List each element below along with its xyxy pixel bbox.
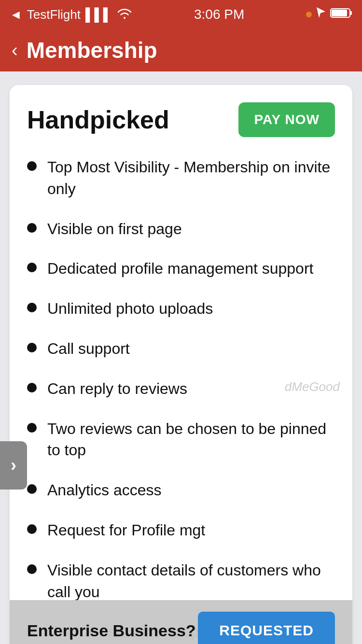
nav-bar: ‹ Membership	[0, 29, 362, 71]
feature-text: Can reply to reviews	[47, 378, 187, 400]
bullet-icon	[27, 564, 37, 574]
page-title: Membership	[27, 37, 157, 63]
bullet-icon	[27, 161, 37, 171]
enterprise-label: Enterprise Business?	[27, 621, 196, 640]
card-header: Handpicked PAY NOW	[27, 102, 335, 137]
feature-text: Analytics access	[47, 479, 162, 501]
back-button[interactable]: ‹	[12, 41, 18, 59]
svg-rect-2	[332, 10, 347, 16]
watermark: dMeGood	[285, 378, 340, 395]
sidebar-arrow-icon: ›	[11, 455, 16, 476]
feature-text: Two reviews can be chosen to be pinned t…	[47, 418, 335, 462]
content-area: Handpicked PAY NOW Top Most Visibility -…	[0, 71, 362, 644]
list-item: Can reply to reviews dMeGood	[27, 378, 335, 400]
list-item: Dedicated profile management support	[27, 258, 335, 280]
membership-card: Handpicked PAY NOW Top Most Visibility -…	[10, 85, 352, 644]
dot-indicator	[306, 12, 312, 17]
list-item: Analytics access	[27, 479, 335, 501]
sidebar-handle[interactable]: ›	[0, 441, 27, 490]
signal-icon: ▌▌▌	[85, 7, 112, 22]
feature-text: Unlimited photo uploads	[47, 298, 213, 320]
feature-text: Call support	[47, 338, 130, 360]
feature-text: Dedicated profile management support	[47, 258, 313, 280]
list-item: Top Most Visibility - Membership on invi…	[27, 156, 335, 200]
features-list: Top Most Visibility - Membership on invi…	[27, 156, 335, 602]
status-right	[306, 6, 352, 23]
svg-rect-1	[350, 11, 352, 15]
back-arrow-status: ◄	[10, 7, 22, 22]
list-item: Two reviews can be chosen to be pinned t…	[27, 418, 335, 462]
bullet-icon	[27, 423, 37, 433]
status-left: ◄ TestFlight ▌▌▌	[10, 7, 132, 22]
plan-name: Handpicked	[27, 105, 169, 134]
list-item: Call support	[27, 338, 335, 360]
bullet-icon	[27, 484, 37, 494]
bullet-icon	[27, 263, 37, 272]
status-time: 3:06 PM	[194, 7, 244, 22]
status-bar: ◄ TestFlight ▌▌▌ 3:06 PM	[0, 0, 362, 29]
bullet-icon	[27, 343, 37, 352]
carrier-label: TestFlight	[27, 7, 81, 22]
feature-text: Visible on first page	[47, 218, 182, 240]
feature-text: Request for Profile mgt	[47, 519, 205, 541]
battery-icon	[330, 7, 352, 22]
list-item: Visible on first page	[27, 218, 335, 240]
requested-button[interactable]: REQUESTED	[198, 612, 335, 644]
bullet-icon	[27, 303, 37, 312]
list-item: Request for Profile mgt	[27, 519, 335, 541]
feature-text: Visible contact details of customers who…	[47, 560, 335, 603]
bullet-icon	[27, 223, 37, 233]
feature-text: Top Most Visibility - Membership on invi…	[47, 156, 335, 200]
location-icon	[316, 6, 326, 23]
bullet-icon	[27, 524, 37, 534]
wifi-icon	[117, 7, 132, 22]
list-item: Visible contact details of customers who…	[27, 560, 335, 603]
enterprise-panel: Enterprise Business? REQUESTED	[10, 600, 352, 644]
pay-now-button[interactable]: PAY NOW	[238, 102, 335, 137]
list-item: Unlimited photo uploads	[27, 298, 335, 320]
bullet-icon	[27, 383, 37, 392]
